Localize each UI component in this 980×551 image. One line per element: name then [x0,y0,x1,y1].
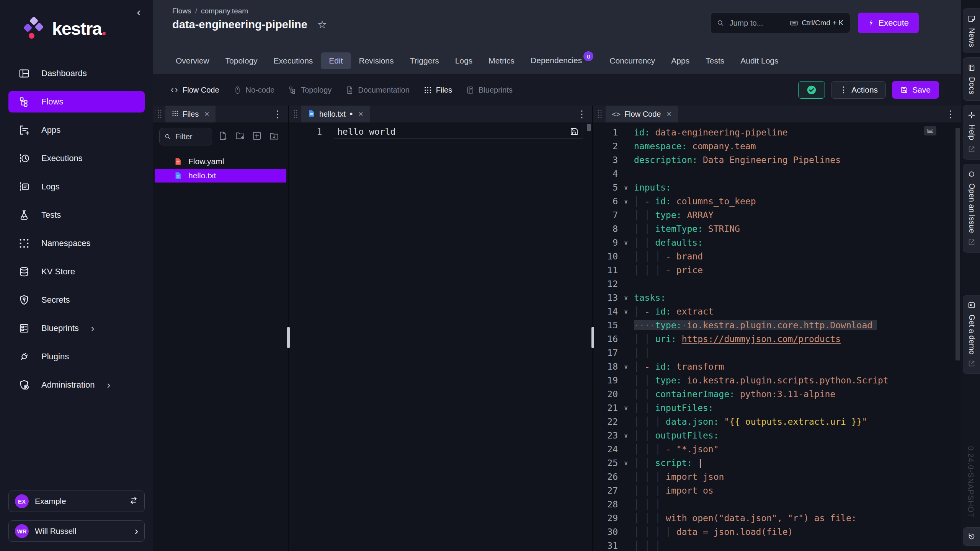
breadcrumb-namespace[interactable]: company.team [201,7,248,15]
drag-handle-icon[interactable] [153,109,165,119]
fold-chevron-icon[interactable]: ∨ [618,184,634,191]
sidebar-item-logs[interactable]: Logs [8,176,145,197]
validation-status-button[interactable] [798,81,825,99]
code-line[interactable]: 11│ │ │ - price [593,263,961,277]
rail-help[interactable]: Help [963,105,980,160]
tab-files[interactable]: Files ✕ [165,106,216,122]
code-line[interactable]: 7│ │ type: ARRAY [593,208,961,222]
sidebar-item-tests[interactable]: Tests [8,204,145,226]
kebab-menu-icon[interactable]: ⋮ [267,109,288,119]
code-line[interactable]: 30│ │ │ │ data = json.load(file) [593,525,961,539]
code-line[interactable]: 12 [593,277,961,291]
code-line[interactable]: 19│ │ type: io.kestra.plugin.scripts.pyt… [593,373,961,387]
view-files[interactable]: Files [423,86,452,95]
code-line[interactable]: 17│ │ [593,346,961,360]
sidebar-item-blueprints[interactable]: Blueprints › [8,318,145,339]
fold-chevron-icon[interactable]: ∨ [618,432,634,439]
new-file-icon[interactable] [218,131,228,142]
sidebar-item-apps[interactable]: Apps [8,119,145,141]
drag-handle-icon[interactable] [593,109,606,119]
tab-concurrency[interactable]: Concurrency [601,52,663,69]
rail-news[interactable]: News [963,8,980,53]
keyboard-shortcuts-icon[interactable] [924,126,936,135]
sidebar-collapse-button[interactable]: ‹ [134,5,143,18]
code-line[interactable]: 18∨│ - id: transform [593,360,961,373]
code-line[interactable]: 5∨inputs: [593,181,961,194]
code-line[interactable]: 23∨│ │ outputFiles: [593,429,961,442]
code-line[interactable]: 15····type:·io.kestra.plugin.core.http.D… [593,318,961,332]
code-line[interactable]: 29│ │ │ with open("data.json", "r") as f… [593,511,961,525]
sidebar-item-flows[interactable]: Flows [8,91,145,112]
code-line[interactable]: 21∨│ │ inputFiles: [593,401,961,415]
code-editor-body[interactable]: 1id: data-engineering-pipeline2namespace… [593,122,961,551]
tab-hello-txt[interactable]: hello.txt • ✕ [301,106,370,122]
code-line[interactable]: 20│ │ containerImage: python:3.11-alpine [593,387,961,401]
code-line[interactable]: 27│ │ │ import os [593,484,961,497]
actions-button[interactable]: ⋮ Actions [831,81,886,99]
sidebar-item-plugins[interactable]: Plugins [8,346,145,367]
view-topology[interactable]: Topology [288,86,332,95]
file-row-flow-yaml[interactable]: Flow.yaml [155,155,286,168]
code-line[interactable]: 1id: data-engineering-pipeline [593,126,961,139]
code-line[interactable]: 26│ │ │ import json [593,470,961,484]
code-line[interactable]: 9∨│ │ defaults: [593,236,961,249]
jump-to-search[interactable]: Ctrl/Cmd + K [710,13,850,33]
code-line[interactable]: 6∨│ - id: columns_to_keep [593,194,961,208]
tab-apps[interactable]: Apps [663,52,697,69]
code-line[interactable]: 28│ │ │ [593,497,961,511]
view-documentation[interactable]: Documentation [345,86,410,95]
view-blueprints[interactable]: Blueprints [466,86,513,95]
code-line[interactable]: 3description: Data Engineering Pipelines [593,153,961,167]
tab-edit[interactable]: Edit [321,52,351,69]
add-icon[interactable] [252,131,262,142]
scrollbar-thumb[interactable] [956,128,960,360]
sidebar-item-dashboards[interactable]: Dashboards [8,63,145,84]
tab-logs[interactable]: Logs [447,52,481,69]
filter-input[interactable] [175,132,202,142]
execute-button[interactable]: Execute [858,13,919,33]
sidebar-item-namespaces[interactable]: Namespaces [8,233,145,254]
tab-triggers[interactable]: Triggers [402,52,447,69]
save-file-icon[interactable] [570,127,579,138]
view-no-code[interactable]: No-code [233,86,275,95]
fold-chevron-icon[interactable]: ∨ [618,308,634,315]
rail-get-a-demo[interactable]: Get a demo [963,295,980,374]
new-folder-icon[interactable] [235,131,245,142]
close-icon[interactable]: ✕ [204,110,209,118]
view-flow-code[interactable]: Flow Code [170,86,219,95]
fold-chevron-icon[interactable]: ∨ [618,404,634,412]
text-editor-body[interactable]: 1 hello world [289,122,592,551]
tab-overview[interactable]: Overview [168,52,217,69]
tab-executions[interactable]: Executions [266,52,321,69]
workspace-switcher[interactable]: EX Example [8,491,145,512]
kebab-menu-icon[interactable]: ⋮ [940,109,961,119]
file-filter[interactable] [159,128,212,145]
tab-dependencies[interactable]: Dependencies0 [523,52,601,70]
favorite-star-icon[interactable]: ☆ [317,20,327,30]
restore-button[interactable] [963,527,980,546]
code-line[interactable]: 10│ │ │ - brand [593,249,961,263]
code-line[interactable]: 24│ │ │ - "*.json" [593,442,961,456]
code-line[interactable]: 31│ │ │ [593,539,961,551]
fold-chevron-icon[interactable]: ∨ [618,363,634,370]
file-row-hello-txt[interactable]: hello.txt [155,169,286,183]
user-menu[interactable]: WR Will Russell › [8,520,145,542]
code-line[interactable]: 22│ │ │ data.json: "{{ outputs.extract.u… [593,415,961,429]
rail-docs[interactable]: Docs [963,57,980,101]
sidebar-item-administration[interactable]: Administration › [8,374,145,396]
breadcrumb-flows[interactable]: Flows [172,7,191,15]
sidebar-item-executions[interactable]: Executions [8,148,145,169]
code-line[interactable]: 25∨│ │ script: | [593,456,961,470]
kebab-menu-icon[interactable]: ⋮ [572,109,592,119]
fold-chevron-icon[interactable]: ∨ [618,459,634,467]
close-icon[interactable]: ✕ [666,110,672,118]
fold-chevron-icon[interactable]: ∨ [618,294,634,302]
close-icon[interactable]: ✕ [358,110,363,118]
rail-open-an-issue[interactable]: Open an Issue [963,164,980,253]
save-button[interactable]: Save [892,81,939,99]
text-editor-line[interactable]: 1 hello world [289,124,592,139]
tab-audit-logs[interactable]: Audit Logs [732,52,786,69]
fold-chevron-icon[interactable]: ∨ [618,197,634,205]
import-folder-icon[interactable] [269,131,279,142]
code-line[interactable]: 8│ │ itemType: STRING [593,222,961,236]
